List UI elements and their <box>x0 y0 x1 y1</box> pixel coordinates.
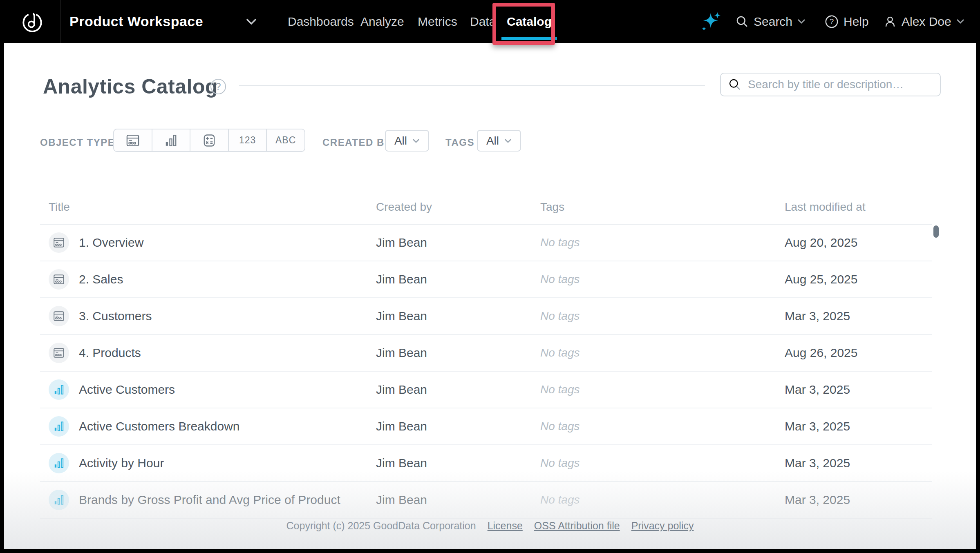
table-body: 1. OverviewJim BeanNo tagsAug 20, 20252.… <box>40 225 932 519</box>
dashboard-badge <box>49 232 69 253</box>
footer: Copyright (c) 2025 GoodData Corporation … <box>4 520 976 532</box>
visualization-icon <box>53 384 65 396</box>
row-tags: No tags <box>540 420 580 433</box>
privacy-policy-link[interactable]: Privacy policy <box>631 520 694 532</box>
visualization-icon <box>163 133 178 148</box>
row-created-by: Jim Bean <box>376 309 427 323</box>
column-header-modified: Last modified at <box>785 201 866 214</box>
column-header-created-by: Created by <box>376 201 432 214</box>
page-help-icon[interactable]: ? <box>210 79 226 94</box>
dashboard-badge <box>49 343 69 363</box>
table-row[interactable]: Activity by HourJim BeanNo tagsMar 3, 20… <box>40 445 932 482</box>
row-created-by: Jim Bean <box>376 272 427 286</box>
catalog-search-input[interactable] <box>748 78 940 91</box>
row-title: 3. Customers <box>79 309 152 323</box>
global-search-button[interactable]: Search <box>736 0 805 43</box>
row-modified: Mar 3, 2025 <box>785 456 850 470</box>
dashboard-icon <box>53 310 65 322</box>
row-tags: No tags <box>540 457 580 470</box>
visualization-icon <box>53 494 65 506</box>
tags-value: All <box>486 134 499 147</box>
metric-icon <box>202 133 217 148</box>
visualization-icon <box>53 457 65 469</box>
row-modified: Mar 3, 2025 <box>785 309 850 323</box>
tags-dropdown[interactable]: All <box>477 130 521 152</box>
nav-tab-analyze[interactable]: Analyze <box>360 0 404 43</box>
nav-tab-metrics[interactable]: Metrics <box>418 0 457 43</box>
app-frame: Product Workspace Dashboards Analyze Met… <box>0 0 980 553</box>
row-tags: No tags <box>540 383 580 396</box>
dashboard-icon <box>53 347 65 359</box>
row-title: 2. Sales <box>79 272 123 286</box>
row-title: Active Customers <box>79 383 175 397</box>
ai-assistant-button[interactable] <box>699 0 723 43</box>
chevron-down-icon <box>412 138 420 143</box>
help-icon: ? <box>825 15 839 29</box>
sparkle-icon <box>699 11 723 33</box>
created-by-label: CREATED BY <box>322 137 392 148</box>
table-row[interactable]: 3. CustomersJim BeanNo tagsMar 3, 2025 <box>40 298 932 335</box>
row-created-by: Jim Bean <box>376 419 427 433</box>
filter-facts-button[interactable]: 123 <box>228 129 266 151</box>
nav-tab-data[interactable]: Data <box>470 0 496 43</box>
workspace-selector[interactable]: Product Workspace <box>60 0 270 43</box>
dashboard-badge <box>49 306 69 326</box>
row-title: Brands by Gross Profit and Avg Price of … <box>79 493 340 507</box>
created-by-dropdown[interactable]: All <box>385 130 429 152</box>
copyright-text: Copyright (c) 2025 GoodData Corporation <box>286 520 476 532</box>
global-search-label: Search <box>754 15 792 29</box>
tags-label: TAGS <box>445 137 474 148</box>
row-created-by: Jim Bean <box>376 493 427 507</box>
row-modified: Aug 20, 2025 <box>785 236 858 250</box>
help-label: Help <box>844 15 869 29</box>
table-scrollbar-thumb[interactable] <box>933 225 939 238</box>
user-menu-button[interactable]: Alex Doe <box>884 0 964 43</box>
row-modified: Aug 25, 2025 <box>785 272 858 286</box>
filter-dashboards-button[interactable] <box>114 129 152 151</box>
row-title: Activity by Hour <box>79 456 164 470</box>
row-tags: No tags <box>540 236 580 249</box>
search-icon <box>728 78 741 91</box>
column-header-title: Title <box>49 201 70 214</box>
row-title: 4. Products <box>79 346 141 360</box>
table-row[interactable]: Brands by Gross Profit and Avg Price of … <box>40 482 932 519</box>
created-by-value: All <box>394 134 407 147</box>
table-row[interactable]: 2. SalesJim BeanNo tagsAug 25, 2025 <box>40 261 932 298</box>
user-icon <box>884 15 897 28</box>
gooddata-logo[interactable] <box>4 0 60 43</box>
help-menu-button[interactable]: ? Help <box>825 0 869 43</box>
table-row[interactable]: Active CustomersJim BeanNo tagsMar 3, 20… <box>40 372 932 408</box>
row-title: 1. Overview <box>79 236 143 250</box>
visualization-badge <box>49 453 69 473</box>
main-content: Analytics Catalog ? OBJECT TYPES <box>4 43 976 549</box>
row-created-by: Jim Bean <box>376 346 427 360</box>
visualization-badge <box>49 416 69 437</box>
nav-tab-dashboards[interactable]: Dashboards <box>288 0 354 43</box>
dashboard-icon <box>53 236 65 249</box>
row-created-by: Jim Bean <box>376 236 427 250</box>
row-tags: No tags <box>540 310 580 323</box>
catalog-search-box <box>720 73 941 96</box>
nav-tab-catalog[interactable]: Catalog <box>501 0 557 43</box>
visualization-badge <box>49 490 69 510</box>
table-row[interactable]: 4. ProductsJim BeanNo tagsAug 26, 2025 <box>40 335 932 372</box>
license-link[interactable]: License <box>488 520 523 532</box>
svg-text:?: ? <box>830 17 834 26</box>
row-tags: No tags <box>540 493 580 506</box>
workspace-name: Product Workspace <box>69 13 203 29</box>
object-type-filter-group: 123 ABC <box>113 129 305 152</box>
visualization-icon <box>53 420 65 433</box>
search-icon <box>736 15 749 28</box>
filter-visualizations-button[interactable] <box>152 129 190 151</box>
table-row[interactable]: Active Customers BreakdownJim BeanNo tag… <box>40 408 932 445</box>
filter-metrics-button[interactable] <box>190 129 228 151</box>
row-modified: Mar 3, 2025 <box>785 419 850 433</box>
row-tags: No tags <box>540 346 580 359</box>
oss-attribution-link[interactable]: OSS Attribution file <box>534 520 620 532</box>
gooddata-logo-icon <box>22 11 43 32</box>
title-divider <box>239 85 705 86</box>
chevron-down-icon <box>956 19 964 24</box>
row-created-by: Jim Bean <box>376 383 427 397</box>
filter-attributes-button[interactable]: ABC <box>266 129 304 151</box>
table-row[interactable]: 1. OverviewJim BeanNo tagsAug 20, 2025 <box>40 225 932 261</box>
